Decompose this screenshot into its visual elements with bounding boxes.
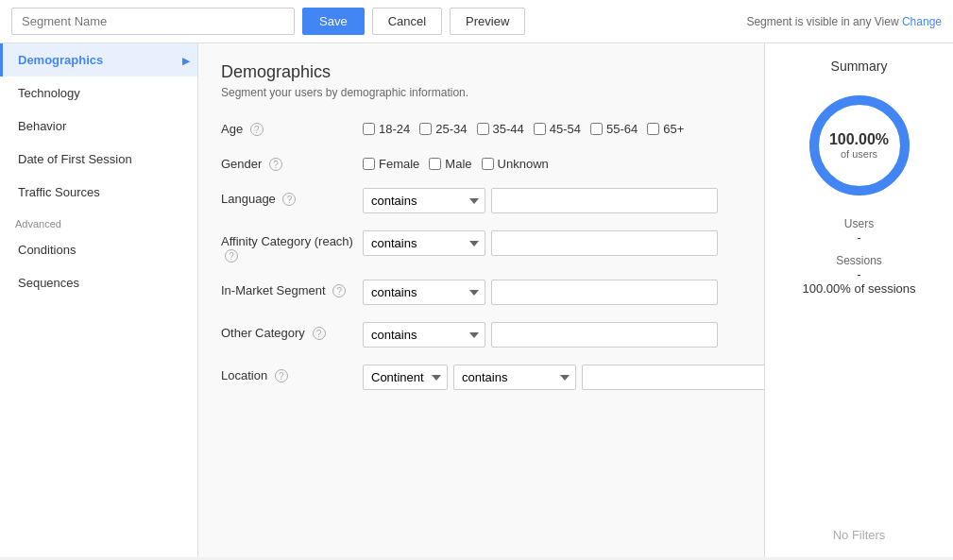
language-help-icon[interactable]: ? bbox=[282, 193, 296, 206]
affinity-controls: contains does not contain equals bbox=[363, 230, 718, 256]
age-65plus[interactable]: 65+ bbox=[647, 122, 684, 136]
sidebar-item-traffic-sources[interactable]: Traffic Sources bbox=[0, 176, 197, 209]
sidebar: Demographics Technology Behavior Date of… bbox=[0, 43, 198, 557]
no-filters: No Filters bbox=[833, 528, 886, 542]
age-35-44[interactable]: 35-44 bbox=[477, 122, 524, 136]
affinity-select[interactable]: contains does not contain equals bbox=[363, 230, 485, 256]
sidebar-item-sequences[interactable]: Sequences bbox=[0, 266, 197, 299]
gender-label: Gender ? bbox=[221, 153, 363, 171]
language-controls: contains does not contain equals begins … bbox=[363, 188, 718, 213]
sessions-value: - bbox=[803, 267, 916, 281]
language-row: Language ? contains does not contain equ… bbox=[221, 188, 741, 213]
segment-name-input[interactable] bbox=[11, 8, 295, 35]
summary-panel: Summary 100.00% of users Users - Session… bbox=[764, 43, 953, 557]
content-title: Demographics bbox=[221, 62, 741, 82]
location-controls: Continent Country Region City contains d… bbox=[363, 365, 764, 390]
sidebar-item-technology[interactable]: Technology bbox=[0, 76, 197, 110]
sidebar-item-demographics[interactable]: Demographics bbox=[0, 43, 197, 76]
donut-of-users: of users bbox=[829, 148, 889, 160]
change-link[interactable]: Change bbox=[902, 15, 942, 28]
gender-help-icon[interactable]: ? bbox=[269, 158, 282, 171]
summary-title: Summary bbox=[831, 59, 888, 74]
location-condition-select[interactable]: contains does not contain equals bbox=[453, 365, 576, 390]
other-category-help-icon[interactable]: ? bbox=[313, 327, 326, 340]
preview-button[interactable]: Preview bbox=[450, 8, 525, 35]
other-category-label: Other Category ? bbox=[221, 322, 363, 340]
sessions-label: Sessions bbox=[803, 254, 916, 267]
gender-checkboxes: Female Male Unknown bbox=[363, 153, 549, 171]
age-45-54[interactable]: 45-54 bbox=[534, 122, 581, 136]
inmarket-input[interactable] bbox=[491, 280, 718, 305]
affinity-row: Affinity Category (reach) ? contains doe… bbox=[221, 230, 741, 263]
inmarket-controls: contains does not contain equals bbox=[363, 280, 718, 305]
sidebar-item-date-of-first-session[interactable]: Date of First Session bbox=[0, 143, 197, 176]
age-55-64[interactable]: 55-64 bbox=[590, 122, 638, 136]
other-category-input[interactable] bbox=[491, 322, 718, 348]
gender-row: Gender ? Female Male Unknown bbox=[221, 153, 741, 171]
users-value: - bbox=[844, 230, 874, 245]
content-subtitle: Segment your users by demographic inform… bbox=[221, 86, 741, 99]
other-category-controls: contains does not contain equals bbox=[363, 322, 718, 348]
location-input[interactable] bbox=[582, 365, 764, 390]
inmarket-select[interactable]: contains does not contain equals bbox=[363, 280, 485, 305]
age-label: Age ? bbox=[221, 118, 363, 136]
other-category-row: Other Category ? contains does not conta… bbox=[221, 322, 741, 348]
gender-female[interactable]: Female bbox=[363, 157, 419, 171]
donut-text: 100.00% of users bbox=[829, 131, 889, 160]
age-25-34[interactable]: 25-34 bbox=[419, 122, 467, 136]
inmarket-label: In-Market Segment ? bbox=[221, 280, 363, 297]
visibility-text: Segment is visible in any View Change bbox=[746, 15, 942, 28]
age-checkboxes: 18-24 25-34 35-44 45-54 55-64 65+ bbox=[363, 118, 684, 136]
age-help-icon[interactable]: ? bbox=[250, 123, 264, 136]
donut-chart: 100.00% of users bbox=[803, 89, 916, 202]
location-label: Location ? bbox=[221, 365, 363, 382]
age-18-24[interactable]: 18-24 bbox=[363, 122, 410, 136]
save-button[interactable]: Save bbox=[302, 8, 365, 35]
age-row: Age ? 18-24 25-34 35-44 45-54 55-64 bbox=[221, 118, 741, 136]
users-label: Users bbox=[844, 217, 874, 230]
users-stat: Users - bbox=[844, 217, 874, 245]
affinity-label: Affinity Category (reach) ? bbox=[221, 230, 363, 263]
sidebar-item-behavior[interactable]: Behavior bbox=[0, 110, 197, 143]
language-label: Language ? bbox=[221, 188, 363, 206]
gender-unknown[interactable]: Unknown bbox=[482, 157, 549, 171]
sessions-stat: Sessions - 100.00% of sessions bbox=[803, 254, 916, 296]
inmarket-help-icon[interactable]: ? bbox=[332, 284, 346, 297]
content-area: Demographics Segment your users by demog… bbox=[198, 43, 764, 557]
sidebar-item-conditions[interactable]: Conditions bbox=[0, 233, 197, 266]
affinity-input[interactable] bbox=[491, 230, 718, 256]
location-help-icon[interactable]: ? bbox=[275, 369, 288, 382]
top-bar: Save Cancel Preview Segment is visible i… bbox=[0, 0, 953, 43]
advanced-label: Advanced bbox=[0, 209, 197, 233]
other-category-select[interactable]: contains does not contain equals bbox=[363, 322, 485, 348]
main-layout: Demographics Technology Behavior Date of… bbox=[0, 43, 953, 557]
location-type-select[interactable]: Continent Country Region City bbox=[363, 365, 448, 390]
donut-percent: 100.00% bbox=[829, 131, 889, 148]
affinity-help-icon[interactable]: ? bbox=[225, 249, 238, 263]
inmarket-row: In-Market Segment ? contains does not co… bbox=[221, 280, 741, 305]
cancel-button[interactable]: Cancel bbox=[372, 8, 442, 35]
location-row: Location ? Continent Country Region City… bbox=[221, 365, 741, 390]
gender-male[interactable]: Male bbox=[429, 157, 471, 171]
language-input[interactable] bbox=[491, 188, 718, 213]
sessions-pct: 100.00% of sessions bbox=[803, 281, 916, 296]
language-select[interactable]: contains does not contain equals begins … bbox=[363, 188, 485, 213]
